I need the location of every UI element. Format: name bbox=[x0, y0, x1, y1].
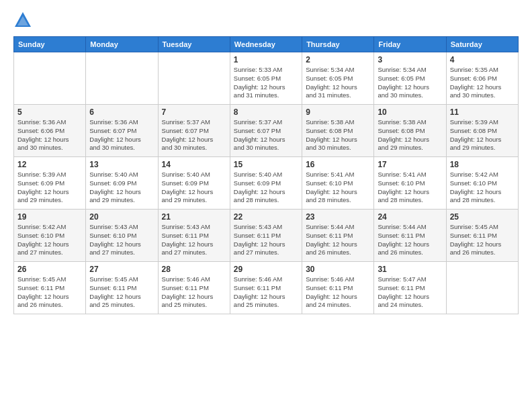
day-info: Sunrise: 5:44 AM Sunset: 6:11 PM Dayligh… bbox=[306, 223, 370, 257]
day-info: Sunrise: 5:46 AM Sunset: 6:11 PM Dayligh… bbox=[162, 275, 226, 310]
page: SundayMondayTuesdayWednesdayThursdayFrid… bbox=[0, 0, 532, 321]
day-number: 3 bbox=[378, 55, 442, 64]
day-number: 6 bbox=[89, 107, 154, 117]
calendar-cell: 15Sunrise: 5:40 AM Sunset: 6:09 PM Dayli… bbox=[230, 157, 302, 210]
day-info: Sunrise: 5:41 AM Sunset: 6:10 PM Dayligh… bbox=[306, 171, 370, 205]
day-number: 19 bbox=[17, 212, 82, 222]
day-number: 9 bbox=[306, 107, 370, 117]
calendar-cell: 20Sunrise: 5:43 AM Sunset: 6:10 PM Dayli… bbox=[86, 210, 158, 262]
day-number: 5 bbox=[17, 107, 82, 117]
day-number: 17 bbox=[378, 160, 442, 169]
calendar-cell: 28Sunrise: 5:46 AM Sunset: 6:11 PM Dayli… bbox=[158, 262, 230, 314]
calendar-cell: 2Sunrise: 5:34 AM Sunset: 6:05 PM Daylig… bbox=[302, 52, 374, 105]
day-info: Sunrise: 5:40 AM Sunset: 6:09 PM Dayligh… bbox=[234, 171, 298, 205]
day-number: 23 bbox=[306, 212, 370, 222]
day-number: 22 bbox=[234, 212, 298, 222]
col-header-tuesday: Tuesday bbox=[158, 37, 230, 52]
day-number: 2 bbox=[306, 55, 370, 64]
day-number: 31 bbox=[378, 265, 442, 274]
day-info: Sunrise: 5:34 AM Sunset: 6:05 PM Dayligh… bbox=[378, 66, 442, 100]
calendar-cell: 14Sunrise: 5:40 AM Sunset: 6:09 PM Dayli… bbox=[158, 157, 230, 210]
day-number: 25 bbox=[450, 212, 515, 222]
calendar-week-3: 12Sunrise: 5:39 AM Sunset: 6:09 PM Dayli… bbox=[14, 157, 519, 210]
day-info: Sunrise: 5:45 AM Sunset: 6:11 PM Dayligh… bbox=[17, 275, 82, 310]
calendar-cell bbox=[86, 52, 158, 105]
calendar-cell: 24Sunrise: 5:44 AM Sunset: 6:11 PM Dayli… bbox=[374, 210, 446, 262]
calendar-cell: 17Sunrise: 5:41 AM Sunset: 6:10 PM Dayli… bbox=[374, 157, 446, 210]
day-info: Sunrise: 5:33 AM Sunset: 6:05 PM Dayligh… bbox=[234, 66, 298, 100]
calendar-cell: 4Sunrise: 5:35 AM Sunset: 6:06 PM Daylig… bbox=[446, 52, 518, 105]
day-number: 13 bbox=[89, 160, 154, 169]
day-info: Sunrise: 5:45 AM Sunset: 6:11 PM Dayligh… bbox=[89, 275, 154, 310]
day-number: 15 bbox=[234, 160, 298, 169]
col-header-monday: Monday bbox=[86, 37, 158, 52]
day-info: Sunrise: 5:40 AM Sunset: 6:09 PM Dayligh… bbox=[89, 171, 154, 205]
calendar-header-row: SundayMondayTuesdayWednesdayThursdayFrid… bbox=[14, 37, 519, 52]
col-header-sunday: Sunday bbox=[14, 37, 86, 52]
logo-icon bbox=[13, 11, 32, 30]
calendar-week-5: 26Sunrise: 5:45 AM Sunset: 6:11 PM Dayli… bbox=[14, 262, 519, 314]
calendar-cell: 11Sunrise: 5:39 AM Sunset: 6:08 PM Dayli… bbox=[446, 105, 518, 157]
calendar-cell: 7Sunrise: 5:37 AM Sunset: 6:07 PM Daylig… bbox=[158, 105, 230, 157]
day-number: 29 bbox=[234, 265, 298, 274]
day-info: Sunrise: 5:38 AM Sunset: 6:08 PM Dayligh… bbox=[306, 118, 370, 152]
day-number: 20 bbox=[89, 212, 154, 222]
day-info: Sunrise: 5:34 AM Sunset: 6:05 PM Dayligh… bbox=[306, 66, 370, 100]
day-info: Sunrise: 5:39 AM Sunset: 6:09 PM Dayligh… bbox=[17, 171, 82, 205]
logo bbox=[13, 11, 34, 30]
calendar-cell: 16Sunrise: 5:41 AM Sunset: 6:10 PM Dayli… bbox=[302, 157, 374, 210]
day-number: 18 bbox=[450, 160, 515, 169]
calendar-table: SundayMondayTuesdayWednesdayThursdayFrid… bbox=[13, 36, 519, 314]
day-info: Sunrise: 5:43 AM Sunset: 6:11 PM Dayligh… bbox=[234, 223, 298, 257]
day-number: 14 bbox=[162, 160, 226, 169]
day-number: 30 bbox=[306, 265, 370, 274]
col-header-friday: Friday bbox=[374, 37, 446, 52]
calendar-cell: 12Sunrise: 5:39 AM Sunset: 6:09 PM Dayli… bbox=[14, 157, 86, 210]
day-number: 10 bbox=[378, 107, 442, 117]
day-number: 28 bbox=[162, 265, 226, 274]
day-info: Sunrise: 5:46 AM Sunset: 6:11 PM Dayligh… bbox=[306, 275, 370, 310]
calendar-cell: 22Sunrise: 5:43 AM Sunset: 6:11 PM Dayli… bbox=[230, 210, 302, 262]
day-number: 1 bbox=[234, 55, 298, 64]
calendar-cell: 25Sunrise: 5:45 AM Sunset: 6:11 PM Dayli… bbox=[446, 210, 518, 262]
calendar-cell: 18Sunrise: 5:42 AM Sunset: 6:10 PM Dayli… bbox=[446, 157, 518, 210]
day-number: 12 bbox=[17, 160, 82, 169]
calendar-cell: 1Sunrise: 5:33 AM Sunset: 6:05 PM Daylig… bbox=[230, 52, 302, 105]
day-info: Sunrise: 5:41 AM Sunset: 6:10 PM Dayligh… bbox=[378, 171, 442, 205]
day-info: Sunrise: 5:46 AM Sunset: 6:11 PM Dayligh… bbox=[234, 275, 298, 310]
calendar-cell bbox=[158, 52, 230, 105]
day-info: Sunrise: 5:44 AM Sunset: 6:11 PM Dayligh… bbox=[378, 223, 442, 257]
calendar-cell: 19Sunrise: 5:42 AM Sunset: 6:10 PM Dayli… bbox=[14, 210, 86, 262]
day-info: Sunrise: 5:37 AM Sunset: 6:07 PM Dayligh… bbox=[162, 118, 226, 152]
calendar-cell: 8Sunrise: 5:37 AM Sunset: 6:07 PM Daylig… bbox=[230, 105, 302, 157]
calendar-cell: 13Sunrise: 5:40 AM Sunset: 6:09 PM Dayli… bbox=[86, 157, 158, 210]
day-info: Sunrise: 5:42 AM Sunset: 6:10 PM Dayligh… bbox=[17, 223, 82, 257]
calendar-cell: 21Sunrise: 5:43 AM Sunset: 6:11 PM Dayli… bbox=[158, 210, 230, 262]
day-info: Sunrise: 5:40 AM Sunset: 6:09 PM Dayligh… bbox=[162, 171, 226, 205]
col-header-saturday: Saturday bbox=[446, 37, 518, 52]
day-info: Sunrise: 5:42 AM Sunset: 6:10 PM Dayligh… bbox=[450, 171, 515, 205]
calendar-cell: 23Sunrise: 5:44 AM Sunset: 6:11 PM Dayli… bbox=[302, 210, 374, 262]
day-number: 7 bbox=[162, 107, 226, 117]
calendar-week-2: 5Sunrise: 5:36 AM Sunset: 6:06 PM Daylig… bbox=[14, 105, 519, 157]
day-info: Sunrise: 5:43 AM Sunset: 6:11 PM Dayligh… bbox=[162, 223, 226, 257]
calendar-cell: 6Sunrise: 5:36 AM Sunset: 6:07 PM Daylig… bbox=[86, 105, 158, 157]
calendar-cell: 9Sunrise: 5:38 AM Sunset: 6:08 PM Daylig… bbox=[302, 105, 374, 157]
day-number: 4 bbox=[450, 55, 515, 64]
day-info: Sunrise: 5:37 AM Sunset: 6:07 PM Dayligh… bbox=[234, 118, 298, 152]
calendar-cell: 3Sunrise: 5:34 AM Sunset: 6:05 PM Daylig… bbox=[374, 52, 446, 105]
calendar-cell: 10Sunrise: 5:38 AM Sunset: 6:08 PM Dayli… bbox=[374, 105, 446, 157]
day-info: Sunrise: 5:45 AM Sunset: 6:11 PM Dayligh… bbox=[450, 223, 515, 257]
day-number: 16 bbox=[306, 160, 370, 169]
col-header-wednesday: Wednesday bbox=[230, 37, 302, 52]
calendar-cell: 26Sunrise: 5:45 AM Sunset: 6:11 PM Dayli… bbox=[14, 262, 86, 314]
day-info: Sunrise: 5:38 AM Sunset: 6:08 PM Dayligh… bbox=[378, 118, 442, 152]
col-header-thursday: Thursday bbox=[302, 37, 374, 52]
calendar-week-4: 19Sunrise: 5:42 AM Sunset: 6:10 PM Dayli… bbox=[14, 210, 519, 262]
calendar-cell: 31Sunrise: 5:47 AM Sunset: 6:11 PM Dayli… bbox=[374, 262, 446, 314]
day-info: Sunrise: 5:47 AM Sunset: 6:11 PM Dayligh… bbox=[378, 275, 442, 310]
calendar-cell: 29Sunrise: 5:46 AM Sunset: 6:11 PM Dayli… bbox=[230, 262, 302, 314]
day-number: 8 bbox=[234, 107, 298, 117]
day-info: Sunrise: 5:36 AM Sunset: 6:07 PM Dayligh… bbox=[89, 118, 154, 152]
header bbox=[13, 11, 519, 30]
